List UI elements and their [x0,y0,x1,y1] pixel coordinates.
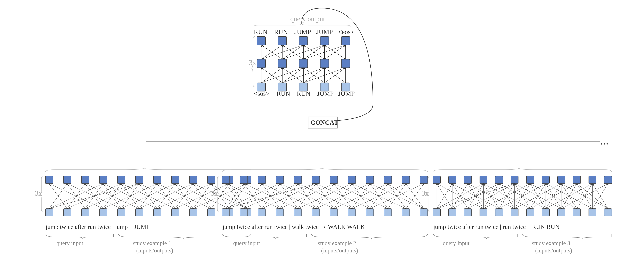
svg-rect-153 [222,209,230,216]
svg-rect-169 [294,176,302,184]
svg-rect-259 [604,176,612,184]
svg-rect-236 [433,209,440,216]
svg-rect-13 [278,37,286,45]
svg-rect-89 [172,176,179,184]
svg-rect-84 [82,176,89,184]
svg-rect-239 [480,209,487,216]
svg-rect-74 [118,209,125,216]
svg-rect-241 [511,209,518,216]
svg-rect-88 [154,176,161,184]
svg-rect-251 [480,176,487,184]
svg-rect-7 [257,59,266,68]
svg-text:(inputs/outputs): (inputs/outputs) [535,247,572,254]
svg-rect-248 [433,176,440,184]
svg-rect-237 [448,209,456,216]
svg-rect-257 [573,176,580,184]
svg-rect-86 [118,176,125,184]
svg-rect-15 [320,37,329,45]
svg-rect-176 [420,176,428,184]
svg-text:study example 3: study example 3 [532,240,570,246]
svg-text:RUN: RUN [276,90,290,97]
svg-rect-253 [511,176,518,184]
svg-rect-82 [46,176,53,184]
svg-rect-159 [330,209,338,216]
svg-rect-240 [495,209,503,216]
svg-rect-161 [366,209,374,216]
svg-text:query input: query input [233,240,260,246]
svg-rect-244 [558,209,565,216]
svg-rect-71 [64,209,71,216]
svg-text:query output: query output [290,15,325,23]
svg-rect-173 [366,176,374,184]
svg-text:RUN: RUN [297,90,310,97]
svg-text:study example 1: study example 1 [133,240,171,246]
svg-text:<sos>: <sos> [254,90,269,97]
svg-rect-91 [208,176,215,184]
svg-rect-16 [342,37,350,45]
svg-rect-90 [190,176,197,184]
svg-rect-85 [100,176,107,184]
svg-rect-75 [136,209,143,216]
svg-rect-172 [348,176,356,184]
svg-text:JUMP: JUMP [338,90,355,97]
svg-rect-163 [402,209,410,216]
svg-text:<eos>: <eos> [338,28,354,36]
svg-rect-154 [240,209,248,216]
svg-text:CONCAT: CONCAT [310,119,338,126]
svg-rect-249 [448,176,456,184]
svg-text:query input: query input [56,240,83,246]
svg-rect-8 [278,59,286,68]
svg-rect-164 [420,209,428,216]
svg-rect-250 [464,176,472,184]
svg-rect-167 [258,176,266,184]
svg-rect-83 [64,176,71,184]
svg-rect-166 [240,176,248,184]
svg-text:JUMP: JUMP [316,28,333,36]
svg-rect-12 [257,37,266,45]
svg-rect-157 [294,209,302,216]
svg-text:...: ... [600,134,609,147]
svg-text:jump twice after run twice | j: jump twice after run twice | jump→JUMP [46,223,150,230]
svg-rect-175 [402,176,410,184]
svg-text:3x: 3x [249,59,256,67]
svg-rect-174 [384,176,392,184]
svg-rect-160 [348,209,356,216]
svg-rect-70 [46,209,53,216]
svg-rect-258 [589,176,596,184]
svg-rect-73 [100,209,107,216]
svg-text:(inputs/outputs): (inputs/outputs) [321,247,358,254]
main-svg: 3x <sos> RUN RUN JUMP JUMP RUN RUN JUMP … [0,0,644,275]
svg-rect-11 [342,59,350,68]
svg-rect-72 [82,209,89,216]
svg-text:jump twice after run twice | r: jump twice after run twice | run twice→R… [433,223,560,230]
svg-text:(inputs/outputs): (inputs/outputs) [136,247,173,254]
svg-rect-246 [589,209,596,216]
svg-rect-158 [312,209,320,216]
svg-rect-170 [312,176,320,184]
svg-rect-162 [384,209,392,216]
svg-rect-242 [526,209,534,216]
svg-rect-245 [573,209,580,216]
svg-rect-254 [526,176,534,184]
svg-text:query input: query input [443,240,470,246]
svg-text:RUN: RUN [254,28,268,36]
svg-rect-155 [258,209,266,216]
svg-rect-76 [154,209,161,216]
svg-rect-14 [299,37,308,45]
svg-rect-247 [604,209,612,216]
svg-rect-9 [299,59,308,68]
svg-text:study example 2: study example 2 [318,240,356,246]
svg-rect-238 [464,209,472,216]
svg-text:JUMP: JUMP [317,90,334,97]
svg-rect-10 [320,59,329,68]
svg-text:RUN: RUN [274,28,288,36]
svg-rect-87 [136,176,143,184]
svg-rect-156 [276,209,284,216]
svg-rect-77 [172,209,179,216]
svg-rect-171 [330,176,338,184]
svg-rect-168 [276,176,284,184]
svg-rect-165 [222,176,230,184]
svg-text:jump twice after run twice | w: jump twice after run twice | walk twice … [222,223,365,230]
diagram: 3x <sos> RUN RUN JUMP JUMP RUN RUN JUMP … [0,0,644,275]
svg-rect-256 [558,176,565,184]
